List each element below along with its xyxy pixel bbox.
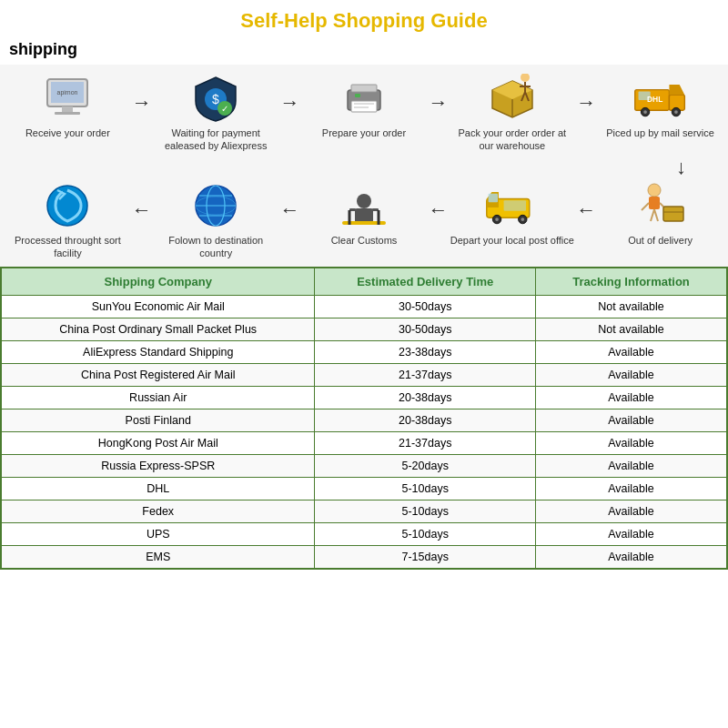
flow-step-receive: apimon Receive your order xyxy=(5,74,130,154)
delivery-icon xyxy=(632,181,690,230)
cell-company: Posti Finland xyxy=(1,410,315,432)
svg-rect-38 xyxy=(663,207,683,221)
cell-time: 20-38days xyxy=(315,387,536,410)
shipping-table-container: Shipping Company Estimated Delivery Time… xyxy=(0,267,728,570)
cell-time: 30-50days xyxy=(315,296,536,318)
cell-tracking: Available xyxy=(535,432,727,455)
flow-step-pickup: DHL Piced up by mail service xyxy=(598,74,723,154)
cell-company: Russian Air xyxy=(1,387,315,410)
svg-rect-47 xyxy=(503,200,525,210)
box-icon xyxy=(483,74,541,123)
cell-tracking: Available xyxy=(535,341,727,364)
cell-tracking: Available xyxy=(535,364,727,387)
arrow-4: → xyxy=(576,91,596,136)
cell-time: 5-20days xyxy=(315,455,536,478)
flow-label-delivery: Out of delivery xyxy=(628,234,693,261)
flow-label-pickup: Piced up by mail service xyxy=(606,126,714,154)
monitor-icon: apimon xyxy=(38,74,96,123)
svg-point-18 xyxy=(521,74,530,82)
globe-icon xyxy=(187,181,245,230)
printer-icon xyxy=(335,74,393,123)
svg-text:DHL: DHL xyxy=(647,95,662,104)
cell-company: SunYou Economic Air Mail xyxy=(1,296,315,318)
table-row: Russian Air 20-38days Available xyxy=(1,387,727,410)
svg-marker-25 xyxy=(669,85,684,95)
flow-step-depart: Depart your local post office xyxy=(450,181,574,261)
svg-point-46 xyxy=(521,217,524,221)
cell-company: UPS xyxy=(1,523,315,546)
flow-label-destination: Folown to destination country xyxy=(154,234,278,261)
svg-rect-12 xyxy=(355,94,360,97)
table-row: EMS 7-15days Available xyxy=(1,546,727,570)
page-title: Self-Help Shopping Guide xyxy=(0,0,728,36)
section-label: shipping xyxy=(0,36,728,65)
svg-text:apimon: apimon xyxy=(57,89,78,96)
cell-tracking: Available xyxy=(535,410,727,432)
col-header-time: Estimated Delivery Time xyxy=(315,268,536,296)
cell-company: AliExpress Standard Shipping xyxy=(1,341,315,364)
svg-rect-4 xyxy=(55,112,80,115)
flow-row-1: apimon Receive your order → $ ✓ Waiting … xyxy=(5,74,723,154)
svg-text:✓: ✓ xyxy=(221,104,228,114)
svg-point-44 xyxy=(495,217,499,221)
flow-step-pack: Pack your order order at our warehouse xyxy=(450,74,574,154)
arrow-8: ← xyxy=(132,198,152,244)
flow-label-depart: Depart your local post office xyxy=(450,234,574,261)
cell-time: 30-50days xyxy=(315,318,536,341)
flow-label-pack: Pack your order order at our warehouse xyxy=(450,126,574,154)
cell-time: 21-37days xyxy=(315,364,536,387)
cell-time: 5-10days xyxy=(315,478,536,500)
cell-company: Fedex xyxy=(1,500,315,523)
svg-point-29 xyxy=(674,110,678,114)
arrow-3: → xyxy=(428,91,448,136)
cell-time: 5-10days xyxy=(315,523,536,546)
flow-step-sort: Processed throught sort facility xyxy=(5,181,130,261)
flow-step-payment: $ ✓ Waiting for payment ealeased by Alie… xyxy=(154,74,278,154)
customs-icon xyxy=(335,181,393,230)
svg-rect-14 xyxy=(354,106,369,108)
table-row: Posti Finland 20-38days Available xyxy=(1,410,727,432)
table-row: Russia Express-SPSR 5-20days Available xyxy=(1,455,727,478)
svg-rect-3 xyxy=(62,106,73,112)
arrow-down: ↓ xyxy=(676,156,686,179)
flow-diagram: apimon Receive your order → $ ✓ Waiting … xyxy=(0,65,728,267)
cell-company: Russia Express-SPSR xyxy=(1,455,315,478)
flow-label-receive: Receive your order xyxy=(25,126,110,154)
flow-label-prepare: Prepare your order xyxy=(322,126,406,154)
cell-tracking: Available xyxy=(535,455,727,478)
svg-point-32 xyxy=(648,184,661,197)
flow-step-prepare: Prepare your order xyxy=(302,74,427,154)
cell-company: China Post Ordinary Small Packet Plus xyxy=(1,318,315,341)
svg-point-49 xyxy=(357,194,371,208)
svg-text:$: $ xyxy=(212,92,219,106)
arrow-6: ← xyxy=(428,198,448,244)
cell-company: DHL xyxy=(1,478,315,500)
table-row: HongKong Post Air Mail 21-37days Availab… xyxy=(1,432,727,455)
arrow-5: ← xyxy=(576,198,596,244)
cell-company: China Post Registered Air Mail xyxy=(1,364,315,387)
shield-icon: $ ✓ xyxy=(187,74,245,123)
flow-label-payment: Waiting for payment ealeased by Aliexpre… xyxy=(154,126,278,154)
flow-step-destination: Folown to destination country xyxy=(154,181,278,261)
table-row: China Post Ordinary Small Packet Plus 30… xyxy=(1,318,727,341)
svg-line-34 xyxy=(642,203,649,210)
flow-step-delivery: Out of delivery xyxy=(598,181,723,261)
arrow-1: → xyxy=(132,91,152,136)
cell-tracking: Available xyxy=(535,478,727,500)
flow-label-customs: Clear Customs xyxy=(331,234,398,261)
cell-company: HongKong Post Air Mail xyxy=(1,432,315,455)
flow-label-sort: Processed throught sort facility xyxy=(5,234,130,261)
arrow-2: → xyxy=(280,91,300,136)
cell-tracking: Available xyxy=(535,523,727,546)
col-header-tracking: Tracking Information xyxy=(535,268,727,296)
cell-time: 5-10days xyxy=(315,500,536,523)
cell-company: EMS xyxy=(1,546,315,570)
sort-facility-icon xyxy=(38,181,96,230)
svg-rect-10 xyxy=(351,85,377,92)
col-header-company: Shipping Company xyxy=(1,268,315,296)
table-row: UPS 5-10days Available xyxy=(1,523,727,546)
cell-time: 20-38days xyxy=(315,410,536,432)
truck-icon: DHL xyxy=(632,74,690,123)
cell-tracking: Not available xyxy=(535,296,727,318)
svg-rect-42 xyxy=(488,194,497,202)
